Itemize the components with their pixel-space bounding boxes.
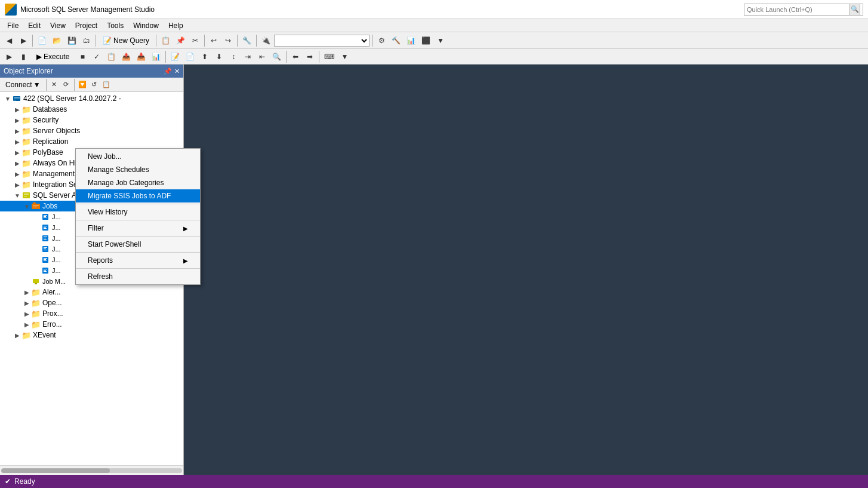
xevent-expand-icon[interactable]: ▶ <box>13 331 21 339</box>
proxies-expand-icon[interactable]: ▶ <box>23 309 31 318</box>
toolbar-extra-3[interactable]: 📊 <box>404 34 418 47</box>
ctx-manage-schedules[interactable]: Manage Schedules <box>76 163 200 176</box>
ctx-view-history[interactable]: View History <box>76 205 200 219</box>
server-collapse-icon[interactable]: ▼ <box>4 94 12 103</box>
tree-proxies[interactable]: ▶ 📁 Prox... <box>0 308 183 319</box>
security-expand-icon[interactable]: ▶ <box>13 116 21 124</box>
new-file-button[interactable]: 📄 <box>35 34 49 47</box>
database-dropdown[interactable] <box>274 35 370 47</box>
tb2-btn18[interactable]: ➡ <box>303 50 316 63</box>
tb2-btn5[interactable]: 📋 <box>104 50 118 63</box>
tb2-btn20[interactable]: ▼ <box>338 50 351 63</box>
oe-disconnect-btn[interactable]: ✕ <box>49 79 60 90</box>
ctx-new-job[interactable]: New Job... <box>76 150 200 163</box>
menu-edit[interactable]: Edit <box>23 20 45 31</box>
tree-alerts[interactable]: ▶ 📁 Aler... <box>0 287 183 297</box>
tb2-btn19[interactable]: ⌨ <box>322 50 337 63</box>
tb2-btn16[interactable]: 🔍 <box>270 50 284 63</box>
copy-button[interactable]: 📋 <box>159 34 173 47</box>
tb2-btn9[interactable]: 📝 <box>168 50 182 63</box>
management-expand-icon[interactable]: ▶ <box>13 170 21 178</box>
oe-pin-icon[interactable]: 📌 <box>164 67 172 75</box>
ctx-start-powershell[interactable]: Start PowerShell <box>76 238 200 251</box>
tb2-btn1[interactable]: ▶ <box>2 50 16 63</box>
databases-expand-icon[interactable]: ▶ <box>13 105 21 113</box>
tree-operators[interactable]: ▶ 📁 Ope... <box>0 297 183 308</box>
debug-button[interactable]: 🔧 <box>240 34 254 47</box>
tree-xevent[interactable]: ▶ 📁 XEvent <box>0 330 183 340</box>
tree-security[interactable]: ▶ 📁 Security <box>0 115 183 125</box>
tree-databases[interactable]: ▶ 📁 Databases <box>0 104 183 115</box>
cut-button[interactable]: ✂ <box>189 34 202 47</box>
sql-agent-collapse-icon[interactable]: ▼ <box>13 191 21 200</box>
tree-error-logs[interactable]: ▶ 📁 Erro... <box>0 319 183 330</box>
tb2-btn3[interactable]: ■ <box>76 50 89 63</box>
ctx-migrate-ssis[interactable]: Migrate SSIS Jobs to ADF <box>76 189 200 202</box>
oe-close-icon[interactable]: ✕ <box>174 67 180 75</box>
oe-filter-btn[interactable]: 🔽 <box>77 79 88 90</box>
oe-sync-btn[interactable]: ↺ <box>89 79 100 90</box>
ctx-refresh[interactable]: Refresh <box>76 270 200 283</box>
oe-hscrollbar[interactable] <box>0 465 183 475</box>
tb2-btn14[interactable]: ⇥ <box>241 50 254 63</box>
connect-button[interactable]: Connect ▼ <box>2 79 44 90</box>
menu-file[interactable]: File <box>2 20 23 31</box>
menu-help[interactable]: Help <box>164 20 188 31</box>
ctx-manage-job-categories[interactable]: Manage Job Categories <box>76 176 200 189</box>
error-logs-expand-icon[interactable]: ▶ <box>23 320 31 329</box>
toolbar-extra-4[interactable]: ⬛ <box>419 34 433 47</box>
menu-project[interactable]: Project <box>70 20 102 31</box>
menu-view[interactable]: View <box>45 20 70 31</box>
tb2-btn2[interactable]: ▮ <box>17 50 30 63</box>
tb2-btn12[interactable]: ⬇ <box>213 50 226 63</box>
oe-summary-btn[interactable]: 📋 <box>101 79 112 90</box>
tree-replication[interactable]: ▶ 📁 Replication <box>0 136 183 147</box>
toolbar-extra-2[interactable]: 🔨 <box>389 34 403 47</box>
integration-expand-icon[interactable]: ▶ <box>13 180 21 189</box>
tb2-btn10[interactable]: 📄 <box>183 50 197 63</box>
server-objects-expand-icon[interactable]: ▶ <box>13 127 21 135</box>
oe-refresh-btn[interactable]: ⟳ <box>61 79 72 90</box>
forward-button[interactable]: ▶ <box>17 34 30 47</box>
operators-expand-icon[interactable]: ▶ <box>23 299 31 307</box>
tb2-btn6[interactable]: 📤 <box>119 50 133 63</box>
tree-server-objects[interactable]: ▶ 📁 Server Objects <box>0 125 183 136</box>
tb2-btn15[interactable]: ⇤ <box>256 50 269 63</box>
open-button[interactable]: 📂 <box>50 34 64 47</box>
redo-button[interactable]: ↪ <box>221 34 235 47</box>
toolbar-1: ◀ ▶ 📄 📂 💾 🗂 📝 New Query 📋 📌 ✂ ↩ ↪ 🔧 🔌 ⚙ … <box>0 32 868 49</box>
operators-folder-icon: 📁 <box>31 298 41 308</box>
tb2-btn17[interactable]: ⬅ <box>289 50 302 63</box>
jobs-collapse-icon[interactable]: ▼ <box>23 202 31 210</box>
tb2-btn11[interactable]: ⬆ <box>198 50 211 63</box>
new-query-button[interactable]: 📝 New Query <box>99 34 153 47</box>
alerts-expand-icon[interactable]: ▶ <box>23 288 31 296</box>
quick-launch-search-icon[interactable]: 🔍 <box>849 4 860 16</box>
execute-label: Execute <box>44 53 69 61</box>
job-monitor-label: Job M... <box>42 278 66 285</box>
polybase-expand-icon[interactable]: ▶ <box>13 148 21 156</box>
execute-button[interactable]: ▶ Execute <box>31 51 75 63</box>
save-all-button[interactable]: 🗂 <box>80 34 93 47</box>
toolbar-extra-5[interactable]: ▼ <box>434 34 447 47</box>
undo-button[interactable]: ↩ <box>207 34 220 47</box>
menu-tools[interactable]: Tools <box>102 20 128 31</box>
status-bar: ✔ Ready <box>0 475 868 488</box>
paste-button[interactable]: 📌 <box>174 34 187 47</box>
tb2-btn8[interactable]: 📊 <box>149 50 163 63</box>
tb2-btn7[interactable]: 📥 <box>134 50 148 63</box>
save-button[interactable]: 💾 <box>65 34 79 47</box>
ctx-filter[interactable]: Filter ▶ <box>76 222 200 235</box>
tb2-btn4[interactable]: ✓ <box>90 50 103 63</box>
ctx-reports[interactable]: Reports ▶ <box>76 254 200 267</box>
replication-expand-icon[interactable]: ▶ <box>13 137 21 146</box>
toolbar-extra-1[interactable]: ⚙ <box>375 34 388 47</box>
alwayson-expand-icon[interactable]: ▶ <box>13 159 21 167</box>
back-button[interactable]: ◀ <box>2 34 16 47</box>
connect-label: Connect <box>5 81 32 89</box>
menu-window[interactable]: Window <box>128 20 164 31</box>
tb2-btn13[interactable]: ↕ <box>227 50 240 63</box>
tree-server-root[interactable]: ▼ 422 (SQL Server 14.0.2027.2 - <box>0 93 183 104</box>
quick-launch-input[interactable] <box>747 6 849 13</box>
connect-db-button[interactable]: 🔌 <box>259 34 273 47</box>
